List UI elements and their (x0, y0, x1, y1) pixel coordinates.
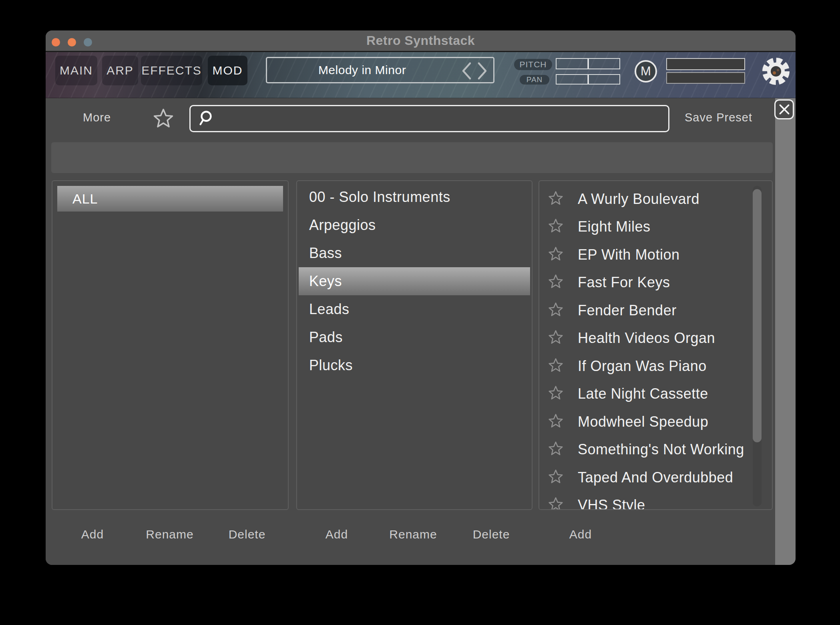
preset-item[interactable]: Something's Not Working (539, 436, 772, 464)
category-item-label: 00 - Solo Instruments (309, 189, 450, 206)
pitch-slider[interactable] (556, 58, 620, 69)
preset-item-label: Something's Not Working (578, 441, 748, 458)
favorite-star-icon[interactable] (547, 329, 564, 347)
browser-right-strip (775, 98, 796, 565)
plugin-window: Retro Synthstack MAINARPEFFECTSMOD Melod… (46, 30, 796, 565)
search-input[interactable] (215, 106, 668, 131)
preset-item-label: Eight Miles (578, 218, 748, 235)
category-item[interactable]: Arpeggios (297, 211, 532, 239)
preset-item[interactable]: A Wurly Boulevard (539, 185, 772, 213)
favorite-star-icon[interactable] (547, 190, 564, 208)
preset-item-label: Fast For Keys (578, 274, 748, 291)
category-item-label: Pads (309, 329, 343, 346)
category-item-label: Plucks (309, 357, 353, 374)
preset-display[interactable]: Melody in Minor (266, 57, 494, 83)
window-title: Retro Synthstack (46, 30, 796, 51)
category-item[interactable]: Plucks (297, 351, 532, 379)
favorite-star-icon[interactable] (547, 246, 564, 264)
preset-item-label: Health Videos Organ (578, 330, 748, 347)
preset-item-label: VHS Style (578, 497, 748, 510)
category-delete-button[interactable]: Delete (473, 528, 510, 541)
preset-item[interactable]: EP With Motion (539, 241, 772, 269)
meter-bar-bottom[interactable] (666, 72, 745, 84)
search-icon (197, 109, 215, 128)
preset-item[interactable]: Health Videos Organ (539, 325, 772, 353)
pitch-label: PITCH (514, 59, 552, 70)
preset-list: A Wurly BoulevardEight MilesEP With Moti… (539, 185, 772, 509)
preset-item-label: A Wurly Boulevard (578, 191, 748, 208)
tab-effects[interactable]: EFFECTS (141, 56, 202, 85)
next-preset-icon[interactable] (479, 63, 486, 79)
preset-item-label: Taped And Overdubbed (578, 469, 748, 486)
preset-item[interactable]: Late Night Cassette (539, 380, 772, 408)
category-add-button[interactable]: Add (326, 528, 348, 541)
preset-scrollbar-thumb[interactable] (753, 189, 762, 442)
preset-browser: More Save Preset ALL 00 - Solo Instrumen… (46, 98, 796, 565)
tab-mod[interactable]: MOD (208, 56, 247, 85)
brand-logo: M (635, 60, 657, 83)
bank-column: ALL (52, 180, 289, 510)
favorite-star-icon[interactable] (547, 218, 564, 236)
category-item[interactable]: Pads (297, 323, 532, 351)
preset-item[interactable]: VHS Style (539, 492, 772, 510)
pitch-slider-handle[interactable] (587, 59, 589, 69)
category-list: 00 - Solo InstrumentsArpeggiosBassKeysLe… (297, 183, 532, 509)
favorite-star-icon[interactable] (547, 496, 564, 510)
category-item[interactable]: Bass (297, 239, 532, 267)
category-rename-button[interactable]: Rename (389, 528, 437, 541)
titlebar[interactable]: Retro Synthstack (46, 30, 796, 52)
close-browser-button[interactable] (774, 99, 794, 119)
tab-arp[interactable]: ARP (102, 56, 138, 85)
favorite-star-icon[interactable] (547, 301, 564, 320)
category-item[interactable]: Keys (299, 267, 530, 295)
current-preset-name: Melody in Minor (267, 58, 493, 82)
category-item[interactable]: 00 - Solo Instruments (297, 183, 532, 211)
action-button-row: AddRenameDeleteAddRenameDeleteAdd (46, 528, 796, 544)
favorites-filter-button[interactable] (152, 107, 175, 132)
category-item-label: Arpeggios (309, 217, 376, 234)
preset-column: A Wurly BoulevardEight MilesEP With Moti… (539, 180, 773, 510)
favorite-star-icon[interactable] (547, 413, 564, 431)
previous-preset-icon[interactable] (463, 63, 470, 79)
category-item-label: Leads (309, 301, 350, 318)
category-item-label: Keys (309, 273, 342, 290)
favorite-star-icon[interactable] (547, 273, 564, 292)
preset-item[interactable]: Eight Miles (539, 213, 772, 241)
preset-item-label: Fender Bender (578, 302, 748, 319)
category-item[interactable]: Leads (297, 295, 532, 323)
meter-bar-top[interactable] (666, 58, 745, 70)
preset-item[interactable]: Fender Bender (539, 296, 772, 325)
pan-slider[interactable] (556, 74, 620, 85)
favorite-star-icon[interactable] (547, 357, 564, 375)
bank-item[interactable]: ALL (57, 186, 283, 212)
header: MAINARPEFFECTSMOD Melody in Minor PITCH … (46, 52, 796, 98)
settings-button[interactable] (761, 56, 791, 88)
favorite-star-icon[interactable] (547, 385, 564, 403)
preset-item-label: Late Night Cassette (578, 385, 748, 402)
star-icon (152, 107, 175, 130)
preset-item-label: Modwheel Speedup (578, 413, 748, 430)
filter-band (51, 142, 773, 173)
more-button[interactable]: More (83, 111, 111, 124)
favorite-star-icon[interactable] (547, 440, 564, 459)
preset-item[interactable]: Modwheel Speedup (539, 408, 772, 436)
tab-main[interactable]: MAIN (55, 56, 97, 85)
preset-item[interactable]: Taped And Overdubbed (539, 464, 772, 492)
preset-add-button[interactable]: Add (569, 528, 592, 541)
bank-add-button[interactable]: Add (81, 528, 104, 541)
bank-item-label: ALL (72, 191, 98, 207)
pan-slider-handle[interactable] (587, 75, 589, 84)
preset-item-label: If Organ Was Piano (578, 358, 748, 375)
preset-item[interactable]: Fast For Keys (539, 269, 772, 297)
preset-scrollbar-track[interactable] (753, 186, 762, 506)
search-box (189, 105, 669, 132)
tab-bar: MAINARPEFFECTSMOD (55, 56, 247, 85)
bank-delete-button[interactable]: Delete (229, 528, 266, 541)
preset-item-label: EP With Motion (578, 246, 748, 263)
favorite-star-icon[interactable] (547, 468, 564, 487)
close-icon (778, 103, 791, 116)
save-preset-button[interactable]: Save Preset (685, 111, 752, 124)
bank-list: ALL (52, 186, 288, 212)
preset-item[interactable]: If Organ Was Piano (539, 352, 772, 380)
bank-rename-button[interactable]: Rename (146, 528, 193, 541)
